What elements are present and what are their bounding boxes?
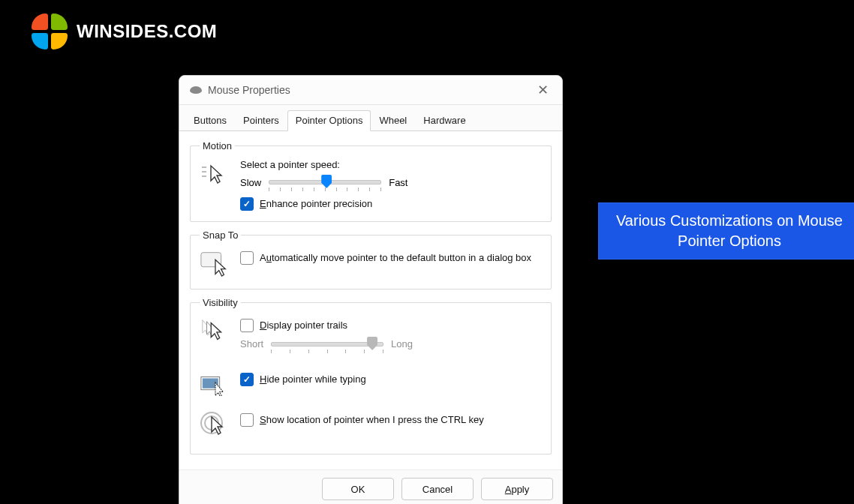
ctrl-locate-label[interactable]: Show location of pointer when I press th… [260, 413, 484, 427]
slow-label: Slow [240, 177, 261, 188]
enhance-precision-label[interactable]: Enhance pointer precision [260, 197, 372, 211]
legend-snapto: Snap To [200, 230, 241, 241]
speed-label: Select a pointer speed: [240, 159, 542, 170]
hide-typing-icon [200, 370, 230, 400]
group-visibility: Visibility Display pointer trails Short [190, 297, 552, 454]
hide-typing-label[interactable]: Hide pointer while typing [260, 373, 366, 386]
window-title: Mouse Properties [208, 84, 290, 96]
ok-button[interactable]: OK [322, 478, 394, 500]
snapto-checkbox[interactable] [240, 251, 254, 265]
short-label: Short [240, 338, 263, 351]
mouse-icon [190, 86, 202, 94]
snap-to-icon [200, 248, 230, 278]
mouse-properties-dialog: Mouse Properties ✕ Buttons Pointers Poin… [179, 75, 563, 504]
long-label: Long [391, 338, 413, 351]
tab-pointer-options[interactable]: Pointer Options [287, 110, 371, 131]
apply-button[interactable]: Apply [481, 478, 553, 500]
annotation-callout: Various Customizations on Mouse Pointer … [598, 202, 854, 260]
tabstrip: Buttons Pointers Pointer Options Wheel H… [179, 105, 562, 131]
fast-label: Fast [389, 177, 407, 188]
logo-text: WINSIDES.COM [77, 21, 217, 42]
titlebar[interactable]: Mouse Properties ✕ [179, 76, 562, 105]
trails-label[interactable]: Display pointer trails [260, 319, 347, 332]
cancel-button[interactable]: Cancel [401, 478, 474, 500]
site-logo: WINSIDES.COM [32, 14, 217, 50]
logo-windows-icon [32, 14, 68, 50]
group-motion: Motion Select a pointer speed: Slow Fas [190, 140, 552, 222]
pointer-speed-slider[interactable] [269, 175, 381, 190]
legend-motion: Motion [200, 140, 235, 152]
snapto-label[interactable]: Automatically move pointer to the defaul… [260, 251, 531, 265]
tab-pointers[interactable]: Pointers [235, 110, 287, 131]
group-snapto: Snap To Automatically move pointer to th… [190, 230, 552, 290]
tab-panel-pointer-options: Motion Select a pointer speed: Slow Fas [179, 131, 562, 470]
ctrl-locate-icon [200, 410, 230, 440]
close-icon[interactable]: ✕ [533, 82, 553, 98]
legend-visibility: Visibility [200, 297, 241, 308]
pointer-speed-icon [200, 159, 230, 189]
enhance-precision-checkbox[interactable]: ✓ [240, 197, 254, 211]
tab-hardware[interactable]: Hardware [415, 110, 474, 131]
pointer-trails-icon [200, 316, 230, 346]
dialog-buttons: OK Cancel Apply [179, 470, 562, 504]
hide-typing-checkbox[interactable]: ✓ [240, 373, 254, 386]
trails-length-slider [271, 337, 383, 352]
ctrl-locate-checkbox[interactable] [240, 413, 254, 427]
tab-wheel[interactable]: Wheel [371, 110, 415, 131]
trails-checkbox[interactable] [240, 319, 254, 332]
tab-buttons[interactable]: Buttons [185, 110, 235, 131]
